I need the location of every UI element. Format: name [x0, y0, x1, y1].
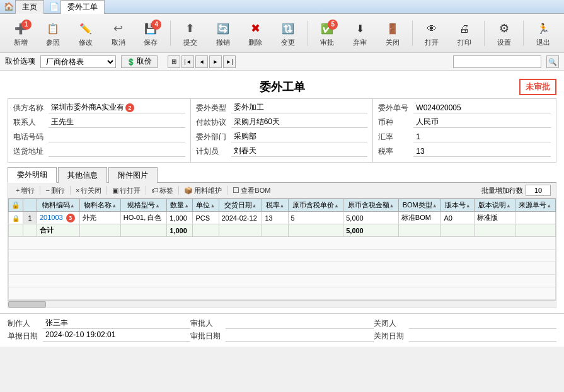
- amount-sort-icon: ▲: [389, 203, 394, 209]
- form-title: 委外工单: [260, 79, 305, 95]
- submit-button[interactable]: 提交: [175, 17, 206, 50]
- cell-qty[interactable]: 1,000: [167, 212, 193, 224]
- currency-value[interactable]: 人民币: [413, 117, 551, 128]
- close-row-icon: [76, 187, 79, 194]
- close-row-button[interactable]: 行关闭: [73, 185, 104, 196]
- tabs-row: 委外明细 其他信息 附件图片: [8, 166, 556, 183]
- tab-detail[interactable]: 委外明细: [8, 167, 57, 183]
- closer-label: 关闭人: [374, 318, 409, 329]
- tab-other[interactable]: 其他信息: [58, 167, 107, 183]
- source-sort-icon: ▲: [546, 203, 551, 209]
- tab-attach[interactable]: 附件图片: [108, 167, 158, 183]
- total-spec: [120, 224, 166, 237]
- status-badge: 未审批: [519, 79, 556, 95]
- settings-button[interactable]: 设置: [488, 17, 520, 50]
- cell-price[interactable]: 5: [288, 212, 343, 224]
- nav-next-button[interactable]: [209, 55, 222, 68]
- material-maint-button[interactable]: 用料维护: [181, 185, 224, 196]
- price-btn-label: 取价: [137, 56, 152, 67]
- del-row-button[interactable]: 删行: [43, 185, 67, 196]
- delete-button[interactable]: 删除: [239, 17, 271, 50]
- taxrate-value[interactable]: 13: [413, 146, 551, 157]
- horizontal-scrollbar[interactable]: [8, 301, 556, 308]
- cell-tax[interactable]: 13: [262, 212, 288, 224]
- revoke-button[interactable]: 撤销: [207, 17, 239, 50]
- home-icon: 🏠: [4, 2, 14, 11]
- table-row[interactable]: 1 201003 3 外壳 HO-01, 白色 1,000 PCS 2024-0…: [9, 212, 556, 224]
- cell-spec[interactable]: HO-01, 白色: [120, 212, 166, 224]
- cell-ver[interactable]: A0: [441, 212, 475, 224]
- close-button[interactable]: 关闭: [377, 17, 408, 50]
- tab-waiwaigongdan[interactable]: 委外工单: [60, 0, 105, 14]
- price-select[interactable]: 厂商价格表: [40, 55, 116, 68]
- supplier-label: 供方名称: [13, 103, 49, 113]
- supplier-text: 深圳市委外商A实业有: [51, 102, 124, 113]
- scrollbar-thumb[interactable]: [8, 301, 46, 308]
- view-bom-button[interactable]: 查看BOM: [230, 185, 273, 196]
- approver-value: [226, 318, 373, 329]
- supplier-badge: 2: [125, 103, 134, 112]
- cell-date[interactable]: 2024-02-12: [219, 212, 262, 224]
- cell-source[interactable]: [515, 212, 555, 224]
- form-fields: 供方名称 深圳市委外商A实业有 2 联系人 王先生 电话号码 送货地址: [8, 98, 556, 163]
- open-row-button[interactable]: 行打开: [110, 185, 143, 196]
- nav-first-icon: [184, 58, 191, 65]
- col-verdesc-header: 版本说明▲: [475, 199, 515, 212]
- tag-button[interactable]: 标签: [149, 185, 176, 196]
- type-value[interactable]: 委外加工: [231, 102, 368, 113]
- col-name-header: 物料名称▲: [80, 199, 120, 212]
- new-button[interactable]: 新增 1: [5, 17, 37, 50]
- nav-last-button[interactable]: [223, 55, 236, 68]
- ref-button[interactable]: 参照: [38, 17, 69, 50]
- add-row-button[interactable]: 增行: [13, 185, 37, 196]
- form-row-taxrate: 税率 13: [378, 145, 551, 158]
- form-row-payment: 付款协议 采购月结60天: [196, 116, 368, 129]
- total-unit: [193, 224, 219, 237]
- cell-amount[interactable]: 5,000: [343, 212, 399, 224]
- empty-row-1: [9, 237, 556, 250]
- cell-name[interactable]: 外壳: [80, 212, 120, 224]
- col-qty-header: 数量▲: [167, 199, 193, 212]
- form-section-right: 委外单号 W024020005 币种 人民币 汇率 1 税率 13: [373, 99, 556, 162]
- edit-button[interactable]: 修改: [70, 17, 101, 50]
- printprev-button[interactable]: 打开: [417, 17, 448, 50]
- search-button[interactable]: [546, 55, 559, 68]
- tb-sep1: [40, 186, 40, 195]
- phone-value[interactable]: [49, 131, 185, 142]
- address-value[interactable]: [49, 146, 185, 157]
- close-icon: [384, 19, 401, 37]
- save-button[interactable]: 保存 4: [135, 17, 167, 50]
- dept-value[interactable]: 采购部: [231, 131, 368, 142]
- total-num: [23, 224, 37, 237]
- cell-code[interactable]: 201003 3: [37, 212, 80, 224]
- cell-verdesc[interactable]: 标准版: [475, 212, 515, 224]
- currency-label: 币种: [378, 117, 413, 128]
- cell-bom[interactable]: 标准BOM: [398, 212, 441, 224]
- planner-value[interactable]: 刘春天: [231, 146, 368, 157]
- change-label: 变更: [281, 38, 295, 47]
- search-input[interactable]: [453, 55, 541, 68]
- exrate-value[interactable]: 1: [413, 131, 551, 142]
- change-button[interactable]: 变更: [272, 17, 304, 50]
- batch-add-input[interactable]: 10: [526, 185, 551, 196]
- unapprove-button[interactable]: 弃审: [344, 17, 376, 50]
- cancel-button[interactable]: 取消: [103, 17, 134, 50]
- nav-prev-button[interactable]: [195, 55, 208, 68]
- closedate-value: [409, 330, 556, 342]
- form-icon: 📄: [49, 2, 59, 11]
- approve-button[interactable]: 审批 5: [312, 17, 343, 50]
- title-bar: 🏠 主页 📄 委外工单: [0, 0, 564, 14]
- contact-value[interactable]: 王先生: [49, 117, 185, 128]
- nav-first-button[interactable]: [181, 55, 194, 68]
- payment-value[interactable]: 采购月结60天: [231, 117, 368, 128]
- tab-home[interactable]: 主页: [15, 0, 44, 14]
- tb-sep3: [106, 186, 107, 195]
- col-unit-header: 单位▲: [193, 199, 219, 212]
- spec-sort-icon: ▲: [155, 203, 160, 209]
- exit-button[interactable]: 退出: [527, 17, 559, 50]
- supplier-value[interactable]: 深圳市委外商A实业有 2: [49, 102, 185, 113]
- price-btn[interactable]: 取价: [121, 55, 158, 68]
- print-button[interactable]: 打印: [449, 17, 480, 50]
- cell-unit[interactable]: PCS: [193, 212, 219, 224]
- orderno-value[interactable]: W024020005: [413, 102, 551, 113]
